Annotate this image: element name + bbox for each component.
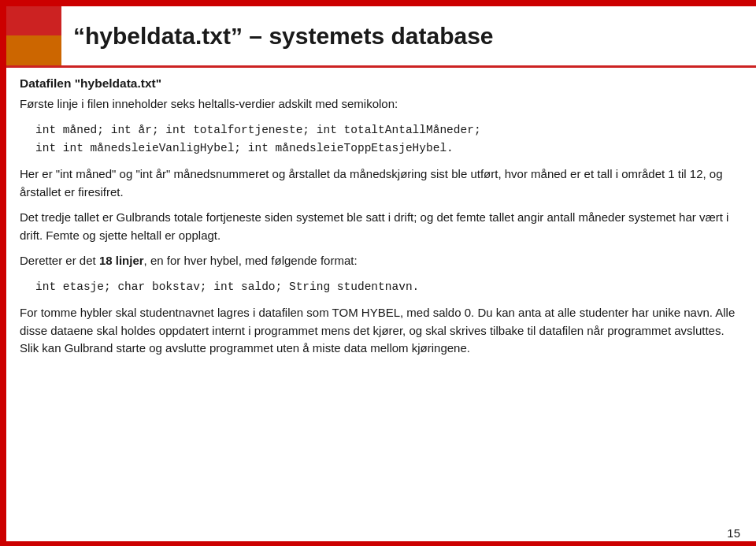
paragraph-1: Her er "int måned" og "int år" månedsnum… bbox=[20, 165, 740, 201]
page-number: 15 bbox=[727, 526, 740, 540]
slide-title: “hybeldata.txt” – systemets database bbox=[61, 23, 494, 50]
code-block-1: int måned; int år; int totalfortjeneste;… bbox=[35, 121, 740, 158]
left-accent bbox=[0, 0, 6, 546]
accent-orange-bottom bbox=[6, 35, 61, 65]
code-block-2: int etasje; char bokstav; int saldo; Str… bbox=[35, 278, 740, 296]
section-title: Datafilen "hybeldata.txt" bbox=[20, 75, 740, 92]
paragraph-4: For tomme hybler skal studentnavnet lagr… bbox=[20, 304, 740, 358]
paragraph-3: Deretter er det 18 linjer, en for hver h… bbox=[20, 252, 740, 270]
slide-container: “hybeldata.txt” – systemets database Dat… bbox=[0, 0, 756, 546]
title-left-accent bbox=[6, 6, 61, 65]
intro-text: Første linje i filen inneholder seks hel… bbox=[20, 95, 740, 113]
title-section: “hybeldata.txt” – systemets database bbox=[6, 6, 756, 65]
title-divider bbox=[6, 65, 756, 68]
bottom-bar bbox=[0, 541, 756, 546]
content-area: Datafilen "hybeldata.txt" Første linje i… bbox=[20, 75, 740, 522]
accent-red-top bbox=[6, 6, 61, 35]
paragraph-2: Det tredje tallet er Gulbrands totale fo… bbox=[20, 209, 740, 244]
top-bar bbox=[0, 0, 756, 6]
